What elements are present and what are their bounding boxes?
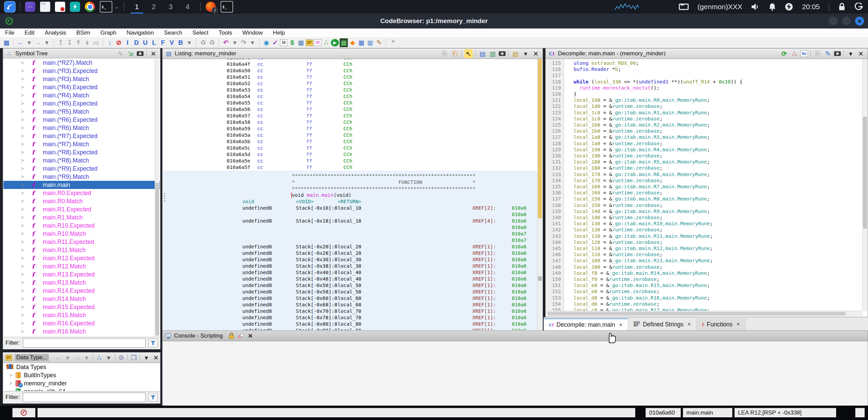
tree-item[interactable]: >fmain.R15.Match: [3, 311, 160, 319]
display-icon[interactable]: [679, 3, 689, 11]
format-dropdown-icon[interactable]: ▾: [522, 49, 530, 58]
stack-variable-row[interactable]: undefined8Stack[-0x70]:8local_70XREF[1]:…: [163, 308, 537, 314]
expand-chevron-icon[interactable]: >: [21, 215, 24, 220]
tree-item[interactable]: >fmain.R10.Expected: [3, 222, 160, 230]
expand-chevron-icon[interactable]: >: [21, 76, 24, 82]
code-line[interactable]: 137 local_158 = &_go:itab.main.R8,main.M…: [546, 196, 863, 202]
decompile-header[interactable]: Cf Decompile: main.main - (memory_minder…: [546, 49, 868, 59]
xref-address[interactable]: 010a6: [512, 295, 527, 302]
workspace-2[interactable]: 2: [150, 2, 158, 12]
go-down-icon[interactable]: ↓: [106, 38, 114, 47]
tree-item[interactable]: >fmain.main: [3, 181, 160, 189]
clear-console-icon[interactable]: [237, 333, 244, 339]
expand-chevron-icon[interactable]: >: [10, 389, 12, 391]
window-icon[interactable]: ❒: [130, 353, 138, 362]
close-icon[interactable]: ✕: [152, 353, 160, 362]
code-line[interactable]: 135 local_168 = &_go:itab.main.R7,main.M…: [546, 184, 863, 190]
code-line[interactable]: 131 local_188 = &_go:itab.main.R5,main.M…: [546, 159, 863, 165]
blue-table-icon[interactable]: ▦: [357, 38, 365, 47]
refresh-grey2-icon[interactable]: ♻: [208, 38, 216, 47]
chrome-icon[interactable]: [85, 2, 95, 12]
xref-address[interactable]: 010a6: [512, 244, 527, 250]
close-icon[interactable]: ✕: [532, 49, 540, 58]
paste-icon[interactable]: ⎗: [451, 49, 459, 58]
camera-icon[interactable]: [834, 50, 841, 57]
xref-address[interactable]: 010a6: [512, 250, 527, 256]
go-to-symbol-icon[interactable]: ⇲: [127, 49, 135, 58]
code-line[interactable]: 140 local_140 = &runtime.zerobase;: [546, 214, 863, 221]
variable-v-icon[interactable]: V: [168, 38, 176, 47]
workspace-1[interactable]: 1: [133, 2, 141, 12]
decompile-hscrollbar[interactable]: [546, 311, 863, 317]
listing-row[interactable]: 010a6a58cc??CCh: [163, 119, 537, 126]
forward-icon[interactable]: →: [73, 353, 81, 362]
expand-chevron-icon[interactable]: >: [21, 231, 24, 236]
stack-variable-row[interactable]: undefined8Stack[-0x58]:8local_58XREF[1]:…: [163, 289, 537, 295]
diff-view-icon[interactable]: ▥: [489, 49, 497, 58]
tree-item[interactable]: >fmain.(*R4).Match: [3, 91, 160, 99]
stack-variable-row[interactable]: undefined8Stack[-0x50]:8local_50XREF[1]:…: [163, 282, 537, 289]
tree-item[interactable]: >fmain.R0.Match: [3, 197, 160, 205]
graph-icon[interactable]: ∴: [790, 49, 798, 58]
expand-chevron-icon[interactable]: >: [10, 373, 12, 378]
expand-chevron-icon[interactable]: >: [21, 272, 24, 277]
function-signature[interactable]: void main.main(void): [163, 192, 537, 198]
expand-chevron-icon[interactable]: >: [21, 141, 24, 147]
tree-item[interactable]: >fmain.(*R4).Expected: [3, 83, 160, 91]
xref-address[interactable]: 010a7: [512, 237, 527, 244]
code-line[interactable]: 122 local_1d0 = &runtime.zerobase;: [546, 103, 863, 110]
symbol-tree-header[interactable]: ∴ Symbol Tree ✎⇲✕: [3, 49, 160, 59]
copy-icon[interactable]: ⎘: [814, 49, 822, 58]
table-icon[interactable]: ▦: [297, 38, 305, 47]
back-icon[interactable]: ←: [54, 353, 62, 362]
stack-variable-row[interactable]: undefined8Stack[-0x40]:8local_40XREF[1]:…: [163, 269, 537, 276]
expand-chevron-icon[interactable]: >: [10, 381, 12, 386]
tree-item[interactable]: >fmain.(*R9).Expected: [3, 165, 160, 173]
code-line[interactable]: 124 local_1c0 = &runtime.zerobase;: [546, 116, 863, 122]
expand-chevron-icon[interactable]: >: [21, 174, 24, 179]
tab-close-icon[interactable]: ×: [737, 321, 740, 327]
symbol-tree-scrollbar[interactable]: [155, 59, 159, 337]
validate-icon[interactable]: ✓: [271, 38, 279, 47]
brush-icon[interactable]: ✎: [375, 38, 383, 47]
code-line[interactable]: 125 local_1b8 = &_go:itab.main.R2,main.M…: [546, 122, 863, 128]
expand-chevron-icon[interactable]: >: [21, 223, 24, 228]
code-line[interactable]: 115 ulong extraout_RDX_00;: [546, 60, 863, 66]
code-line[interactable]: 153 local_d8 = &_go:itab.main.R16,main.M…: [546, 295, 863, 301]
expand-chevron-icon[interactable]: >: [21, 239, 24, 245]
listing-row[interactable]: 010a6a57cc??CCh: [163, 113, 537, 119]
binary-view-icon[interactable]: 10: [280, 39, 287, 46]
menu-dropdown-icon[interactable]: ▾: [847, 49, 855, 58]
stack-variable-row[interactable]: undefined8Stack[-0x78]:8local_78XREF[1]:…: [163, 314, 537, 321]
code-line[interactable]: 133 local_178 = &_go:itab.main.R6,main.M…: [546, 171, 863, 178]
code-line[interactable]: 130 local_190 = &runtime.zerobase;: [546, 153, 863, 159]
copy-icon[interactable]: ⎘: [440, 49, 449, 58]
up-icon[interactable]: ↟: [74, 38, 82, 47]
code-line[interactable]: 119 runtime.morestack_noctxt();: [546, 85, 863, 91]
expand-chevron-icon[interactable]: >: [21, 321, 24, 326]
file-manager-icon[interactable]: [40, 2, 50, 12]
tree-item[interactable]: >fmain.R11.Match: [3, 246, 160, 254]
code-line[interactable]: 121 local_1d8 = &_go:itab.main.R0,main.M…: [546, 97, 863, 103]
expand-chevron-icon[interactable]: >: [21, 255, 24, 261]
lock-icon[interactable]: [838, 3, 846, 11]
xref-address[interactable]: 010a7: [512, 231, 527, 237]
table-add-icon[interactable]: ▦: [366, 38, 374, 47]
tree-item[interactable]: >fmain.(*R7).Match: [3, 140, 160, 148]
forward-dropdown-icon[interactable]: ▾: [82, 353, 91, 362]
tree-item[interactable]: >fmain.R12.Match: [3, 262, 160, 270]
xref-address[interactable]: 010a6: [512, 289, 527, 295]
down-func-icon[interactable]: ↡: [83, 38, 91, 47]
cursor-arrow-icon[interactable]: ↖: [465, 49, 473, 58]
power-manager-icon[interactable]: [785, 3, 793, 11]
xref-address[interactable]: 010a6: [512, 218, 527, 224]
xref-address[interactable]: 010a6: [512, 263, 527, 269]
tree-item[interactable]: >fmain.R14.Expected: [3, 287, 160, 295]
redo-dropdown-icon[interactable]: ▾: [248, 38, 257, 47]
expand-chevron-icon[interactable]: >: [21, 68, 24, 74]
menu-help[interactable]: Help: [268, 30, 290, 36]
tree-item[interactable]: >fmain.R12.Expected: [3, 254, 160, 262]
xref-address[interactable]: 010a6: [512, 314, 527, 321]
xref-address[interactable]: 010a6: [512, 321, 527, 327]
code-line[interactable]: 151 local_e8 = &_go:itab.main.R15,main.M…: [546, 282, 863, 289]
